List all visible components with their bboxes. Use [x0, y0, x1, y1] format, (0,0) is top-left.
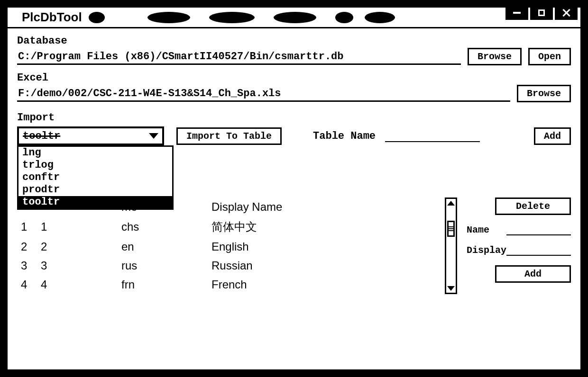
side-add-button[interactable]: Add [495, 265, 571, 283]
cell-idx: 3 [17, 259, 41, 272]
window-title: PlcDbTool [22, 10, 82, 25]
database-open-button[interactable]: Open [528, 48, 571, 65]
dropdown-option-conftr[interactable]: conftr [18, 171, 172, 184]
delete-button[interactable]: Delete [495, 197, 571, 215]
cell-name: frn [121, 278, 211, 291]
cell-display: Russian [211, 259, 457, 272]
cell-idx: 4 [17, 278, 41, 291]
database-path-input[interactable]: C:/Program Files (x86)/CSmartII40527/Bin… [17, 49, 461, 65]
scroll-thumb[interactable] [447, 221, 455, 237]
app-window: PlcDbTool Database C:/Program Files (x86… [6, 6, 582, 371]
cell-idx: 1 [17, 220, 41, 233]
titlebar-blob [335, 12, 353, 23]
table-row[interactable]: 3 3 rus Russian [17, 256, 457, 275]
titlebar-blob [274, 12, 316, 23]
database-label: Database [17, 35, 571, 47]
titlebar-blob [89, 12, 105, 23]
close-button[interactable] [555, 6, 578, 20]
minimize-button[interactable] [505, 6, 528, 20]
excel-label: Excel [17, 72, 571, 84]
import-table-select[interactable]: tooltr lng trlog conftr prodtr tooltr [17, 126, 164, 145]
maximize-icon [538, 9, 545, 16]
import-table-dropdown: lng trlog conftr prodtr tooltr [17, 145, 174, 210]
titlebar-blob [147, 12, 190, 23]
cell-name: en [121, 240, 211, 253]
titlebar-blob [209, 12, 255, 23]
cell-display: 简体中文 [211, 219, 457, 234]
import-label: Import [17, 112, 571, 124]
name-input[interactable] [506, 225, 571, 235]
cell-id: 2 [41, 240, 121, 253]
name-field-label: Name [467, 224, 503, 235]
table-row[interactable]: 1 1 chs 简体中文 [17, 216, 457, 237]
display-field-label: Display [467, 245, 503, 256]
database-browse-button[interactable]: Browse [468, 48, 522, 65]
dropdown-option-prodtr[interactable]: prodtr [18, 184, 172, 196]
dropdown-option-lng[interactable]: lng [18, 147, 172, 159]
table-name-input[interactable] [385, 130, 480, 142]
close-icon [562, 9, 570, 17]
cell-display: French [211, 278, 457, 291]
side-panel: Delete Name Display Add [467, 197, 571, 294]
cell-id: 1 [41, 220, 121, 233]
scroll-up-icon [447, 201, 455, 206]
dropdown-option-trlog[interactable]: trlog [18, 159, 172, 171]
table-row[interactable]: 4 4 frn French [17, 275, 457, 294]
titlebar-blob [365, 12, 395, 23]
add-table-button[interactable]: Add [534, 127, 571, 145]
dropdown-option-tooltr[interactable]: tooltr [18, 196, 172, 208]
language-table: me Display Name 1 1 chs 简体中文 2 2 en [17, 197, 457, 294]
titlebar: PlcDbTool [8, 8, 580, 28]
minimize-icon [513, 12, 521, 14]
display-input[interactable] [506, 245, 571, 256]
table-header-display: Display Name [211, 200, 457, 214]
window-controls [505, 6, 578, 20]
excel-browse-button[interactable]: Browse [517, 85, 571, 102]
cell-display: English [211, 240, 457, 253]
client-area: Database C:/Program Files (x86)/CSmartII… [8, 28, 580, 369]
import-to-table-button[interactable]: Import To Table [176, 127, 282, 145]
scroll-down-icon [447, 286, 455, 291]
excel-path-input[interactable]: F:/demo/002/CSC-211-W4E-S13&S14_Ch_Spa.x… [17, 86, 510, 102]
cell-name: chs [121, 220, 211, 233]
import-table-selected: tooltr [23, 130, 60, 142]
cell-id: 3 [41, 259, 121, 272]
cell-name: rus [121, 259, 211, 272]
table-row[interactable]: 2 2 en English [17, 237, 457, 256]
cell-idx: 2 [17, 240, 41, 253]
maximize-button[interactable] [530, 6, 553, 20]
cell-id: 4 [41, 278, 121, 291]
table-scrollbar[interactable] [445, 197, 457, 294]
table-name-label: Table Name [313, 130, 376, 142]
chevron-down-icon [149, 133, 158, 139]
